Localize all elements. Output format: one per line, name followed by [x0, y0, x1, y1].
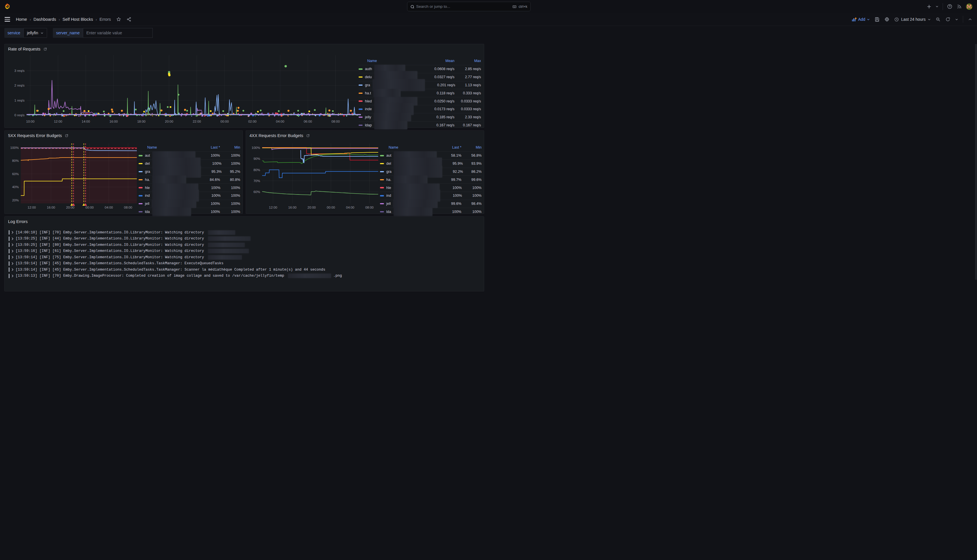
svg-text:70%: 70% [254, 179, 260, 183]
breadcrumb-folder[interactable]: Self Host Blocks [63, 17, 93, 22]
legend-value-1: 92.2% [442, 170, 463, 174]
log-row[interactable]: [14:00:10] [INF] [70] Emby.Server.Implem… [9, 229, 480, 236]
legend-value-2: 0.0333 req/s [454, 99, 481, 103]
external-link-icon[interactable] [306, 134, 310, 138]
log-row[interactable]: [13:59:25] [INF] [44] Emby.Server.Implem… [9, 236, 480, 242]
legend-row[interactable]: ldap0.167 req/s0.167 req/s [359, 121, 481, 129]
log-row[interactable]: [13:59:14] [INF] [45] Emby.Server.Implem… [9, 267, 480, 273]
legend-row[interactable]: ind100%100% [139, 192, 240, 200]
share-icon[interactable] [127, 17, 132, 22]
log-row[interactable]: [13:59:13] [INF] [70] Emby.Drawing.Image… [9, 273, 480, 279]
legend-value-1: 58.1% [439, 153, 461, 158]
legend-header-col1[interactable]: Mean [423, 59, 454, 63]
legend-header-col2[interactable]: Max [454, 59, 481, 63]
legend-value-1: 84.6% [197, 178, 220, 182]
legend-header-name[interactable]: Name [367, 59, 423, 63]
legend-row[interactable]: jell100%100% [139, 200, 240, 208]
legend-series-prefix: aut [145, 153, 150, 158]
legend-value-2: 0.0333 req/s [454, 107, 481, 111]
legend-row[interactable]: jelly0.185 req/s2.33 req/s [359, 113, 481, 121]
svg-text:100%: 100% [252, 146, 260, 150]
log-level-bar [9, 255, 10, 259]
series-color-icon [139, 195, 143, 197]
log-expand-caret-icon[interactable] [12, 237, 13, 240]
menu-toggle-icon[interactable] [5, 17, 10, 22]
redacted-text [152, 175, 186, 184]
breadcrumb-dashboards[interactable]: Dashboards [33, 17, 56, 22]
legend-row[interactable]: gra92.2%86.2% [380, 168, 481, 176]
rate-chart[interactable]: 10:0012:0014:0016:0018:0020:0022:0000:00… [9, 53, 362, 126]
grafana-logo-icon[interactable] [4, 3, 11, 10]
legend-series-name: lda [380, 207, 439, 216]
breadcrumb: Home › Dashboards › Self Host Blocks › E… [16, 17, 111, 22]
legend-header-col2[interactable]: Min [461, 145, 481, 150]
series-color-icon [139, 171, 143, 173]
legend-row[interactable]: jell99.6%98.4% [380, 200, 481, 208]
log-expand-caret-icon[interactable] [12, 256, 13, 259]
redacted-text [394, 175, 428, 184]
svg-text:20:00: 20:00 [66, 206, 75, 209]
log-row[interactable]: [13:59:14] [INF] [75] Emby.Server.Implem… [9, 254, 480, 260]
log-expand-caret-icon[interactable] [12, 268, 13, 271]
log-row[interactable]: [13:59:14] [INF] [45] Emby.Server.Implem… [9, 260, 480, 267]
log-expand-caret-icon[interactable] [12, 274, 13, 278]
legend-header[interactable]: NameLast *Min [380, 143, 481, 152]
legend-header-col1[interactable]: Last * [439, 145, 461, 150]
panel-title-5xx[interactable]: 5XX Requests Error Budgets [8, 133, 68, 138]
log-expand-caret-icon[interactable] [12, 243, 13, 247]
log-message: [13:59:25] [INF] [44] Emby.Server.Implem… [16, 237, 204, 241]
server-name-input[interactable]: Enter variable value [83, 28, 153, 38]
legend-header[interactable]: NameMeanMax [359, 57, 481, 65]
log-expand-caret-icon[interactable] [12, 250, 13, 253]
search-input[interactable]: Search or jump to... ctrl+k [407, 2, 489, 11]
legend-header-name[interactable]: Name [147, 145, 197, 150]
series-color-icon [359, 100, 362, 102]
breadcrumb-home[interactable]: Home [16, 17, 27, 22]
log-row[interactable]: [13:59:16] [INF] [61] Emby.Server.Implem… [9, 248, 480, 255]
legend-value-1: 0.0327 req/s [423, 75, 454, 79]
panel-title-logs[interactable]: Log Errors [8, 219, 28, 224]
legend-value-1: 100% [439, 210, 461, 214]
external-link-icon[interactable] [43, 47, 47, 51]
legend-row[interactable]: inde0.0173 req/s0.0333 req/s [359, 105, 481, 113]
legend-value-2: 100% [220, 153, 240, 158]
svg-text:12:00: 12:00 [54, 120, 62, 123]
service-variable-select[interactable]: jellyfin [23, 28, 47, 38]
rate-legend: NameMeanMaxauth0.0608 req/s2.85 req/sdel… [359, 57, 481, 129]
redacted-text [152, 199, 196, 208]
legend-row[interactable]: lda100%100% [380, 208, 481, 216]
legend-header[interactable]: NameLast *Min [139, 143, 240, 152]
log-expand-caret-icon[interactable] [12, 262, 13, 265]
legend-row[interactable]: lda100%100% [139, 208, 240, 216]
legend-value-1: 100% [440, 186, 462, 190]
legend-value-2: 100% [462, 186, 481, 190]
svg-text:12:00: 12:00 [269, 206, 277, 209]
legend-row[interactable]: gra95.3%95.2% [139, 168, 240, 176]
panel-title-4xx[interactable]: 4XX Requests Error Budgets [249, 133, 310, 138]
log-row[interactable]: [13:59:25] [INF] [80] Emby.Server.Implem… [9, 242, 480, 248]
redacted-text [374, 121, 408, 130]
legend-header-name[interactable]: Name [389, 145, 439, 150]
log-expand-caret-icon[interactable] [12, 231, 13, 234]
panel-title-rate[interactable]: Rate of Requests [8, 47, 47, 52]
legend-row[interactable]: ind100%100% [380, 192, 481, 200]
log-level-bar [9, 274, 10, 278]
legend-series-prefix: lda [145, 210, 150, 214]
svg-text:04:00: 04:00 [276, 120, 284, 123]
fivexx-chart[interactable]: 12:0016:0020:0000:0004:0008:0020%40%60%8… [8, 141, 139, 212]
fourxx-chart-svg: 12:0016:0020:0000:0004:0008:0060%70%80%9… [249, 141, 380, 212]
svg-text:1 req/s: 1 req/s [15, 99, 25, 102]
legend-header-col2[interactable]: Min [220, 145, 240, 150]
legend-value-1: 100% [200, 162, 221, 166]
legend-header-col1[interactable]: Last * [197, 145, 220, 150]
svg-text:08:00: 08:00 [124, 206, 132, 209]
favorite-star-icon[interactable] [116, 17, 121, 22]
external-link-icon[interactable] [65, 134, 68, 138]
legend-series-prefix: hle [145, 186, 150, 190]
svg-text:14:00: 14:00 [82, 120, 90, 123]
legend-row[interactable]: gra0.201 req/s1.13 req/s [359, 81, 481, 89]
legend-series-prefix: delu [365, 75, 372, 79]
svg-text:80%: 80% [12, 159, 19, 162]
legend-series-prefix: gra [365, 83, 370, 87]
fourxx-chart[interactable]: 12:0016:0020:0000:0004:0008:0060%70%80%9… [249, 141, 380, 212]
